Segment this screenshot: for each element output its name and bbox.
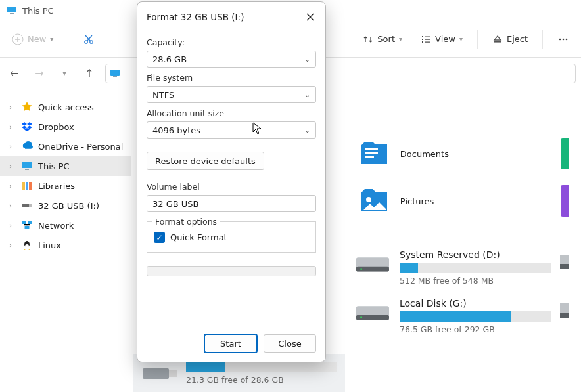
- sort-label: Sort: [377, 34, 395, 44]
- format-options-label: Format options: [152, 217, 220, 227]
- folder-partial[interactable]: [561, 138, 569, 169]
- sidebar-item-label: OneDrive - Personal: [38, 142, 123, 152]
- format-options-group: Format options ✓ Quick Format: [147, 221, 316, 253]
- new-button[interactable]: New ▾: [5, 30, 60, 49]
- quick-format-checkbox[interactable]: ✓ Quick Format: [154, 232, 309, 243]
- volume-label-input[interactable]: 32 GB USB: [147, 195, 316, 212]
- view-label: View: [435, 34, 455, 44]
- chevron-right-icon: ›: [9, 104, 16, 111]
- folder-pictures[interactable]: Pictures: [358, 185, 545, 217]
- svg-rect-22: [22, 204, 29, 207]
- more-icon: [557, 33, 569, 45]
- eject-label: Eject: [507, 34, 528, 44]
- close-dialog-button[interactable]: Close: [264, 334, 316, 353]
- drive-usage-fill: [400, 311, 511, 322]
- svg-point-28: [25, 244, 29, 248]
- network-icon: [21, 219, 33, 231]
- forward-button[interactable]: →: [30, 64, 49, 83]
- drive-usage-bar: [400, 263, 551, 273]
- dropbox-icon: [21, 121, 33, 133]
- svg-rect-29: [365, 148, 378, 150]
- up-button[interactable]: ↑: [80, 64, 99, 83]
- drive-free-text: 21.3 GB free of 28.6 GB: [186, 375, 337, 385]
- allocation-value: 4096 bytes: [152, 125, 200, 135]
- back-button[interactable]: ←: [5, 64, 24, 83]
- close-icon: [306, 13, 314, 21]
- linux-icon: [21, 239, 33, 251]
- svg-rect-9: [422, 41, 423, 43]
- drive-partial: [560, 250, 569, 289]
- separator: [477, 30, 478, 49]
- drive-usage-fill: [186, 362, 225, 372]
- usb-drive-icon: [141, 360, 178, 387]
- sidebar-item-onedrive[interactable]: › OneDrive - Personal: [0, 137, 131, 156]
- svg-rect-10: [425, 41, 430, 42]
- sidebar-item-label: Network: [38, 221, 74, 230]
- svg-point-14: [566, 38, 568, 40]
- sidebar-item-libraries[interactable]: › Libraries: [0, 176, 131, 196]
- folder-partial[interactable]: [561, 185, 569, 217]
- svg-point-13: [563, 38, 565, 40]
- close-button[interactable]: [302, 9, 319, 26]
- drive-usage-bar: [186, 362, 337, 372]
- sidebar-item-quick-access[interactable]: › Quick access: [0, 97, 131, 117]
- format-dialog: Format 32 GB USB (I:) Capacity: 28.6 GB …: [137, 1, 326, 362]
- svg-point-40: [360, 316, 362, 318]
- view-icon: [421, 34, 431, 45]
- separator: [68, 30, 68, 49]
- allocation-select[interactable]: 4096 bytes ⌄: [147, 121, 316, 139]
- capacity-select[interactable]: 28.6 GB ⌄: [147, 51, 316, 68]
- recent-button[interactable]: ▾: [55, 64, 74, 83]
- sidebar-item-label: 32 GB USB (I:): [38, 201, 99, 211]
- restore-defaults-button[interactable]: Restore device defaults: [147, 152, 264, 170]
- chevron-right-icon: ›: [9, 123, 16, 131]
- checkbox-checked-icon: ✓: [154, 232, 165, 243]
- svg-point-35: [360, 268, 362, 270]
- cut-button[interactable]: [76, 30, 101, 49]
- star-icon: [21, 101, 33, 113]
- sidebar-item-label: Linux: [38, 240, 61, 250]
- folder-documents[interactable]: Documents: [358, 138, 545, 169]
- sort-icon: [363, 34, 373, 45]
- sort-button[interactable]: Sort ▾: [356, 30, 409, 49]
- drive-partial: [560, 298, 569, 338]
- svg-rect-31: [365, 156, 374, 158]
- svg-rect-7: [422, 39, 423, 40]
- chevron-right-icon: ›: [9, 222, 16, 229]
- chevron-down-icon: ▾: [50, 35, 53, 43]
- sidebar-item-linux[interactable]: › Linux: [0, 235, 131, 255]
- svg-rect-23: [29, 204, 32, 207]
- sidebar-item-label: Quick access: [38, 102, 94, 112]
- sidebar-item-network[interactable]: › Network: [0, 215, 131, 235]
- sidebar-item-usb[interactable]: › 32 GB USB (I:): [0, 196, 131, 215]
- separator: [542, 30, 543, 49]
- progress-bar: [147, 266, 316, 276]
- eject-button[interactable]: Eject: [486, 30, 534, 49]
- volume-label-label: Volume label: [147, 182, 316, 192]
- svg-rect-16: [113, 76, 117, 77]
- drive-name: Local Disk (G:): [400, 298, 551, 309]
- svg-rect-15: [110, 70, 120, 76]
- svg-rect-11: [494, 41, 501, 43]
- view-button[interactable]: View ▾: [414, 30, 469, 49]
- sidebar-item-this-pc[interactable]: › This PC: [0, 156, 131, 176]
- monitor-icon: [110, 68, 120, 79]
- svg-rect-42: [560, 313, 569, 318]
- dialog-title: Format 32 GB USB (I:): [147, 12, 244, 22]
- drive-free-text: 512 MB free of 548 MB: [400, 276, 551, 286]
- more-button[interactable]: [551, 30, 576, 49]
- start-button[interactable]: Start: [204, 334, 257, 353]
- sidebar-item-dropbox[interactable]: › Dropbox: [0, 117, 131, 137]
- svg-rect-20: [26, 182, 28, 190]
- dialog-title-bar: Format 32 GB USB (I:): [137, 2, 325, 31]
- documents-folder-icon: [358, 138, 390, 169]
- allocation-label: Allocation unit size: [147, 108, 316, 118]
- svg-rect-0: [7, 7, 16, 12]
- filesystem-select[interactable]: NTFS ⌄: [147, 86, 316, 103]
- quick-format-label: Quick Format: [170, 232, 227, 242]
- chevron-down-icon: ▾: [459, 35, 463, 43]
- drive-icon: [355, 299, 390, 326]
- svg-point-12: [559, 38, 561, 40]
- sidebar-item-label: Libraries: [38, 181, 75, 191]
- pictures-folder-icon: [358, 185, 390, 217]
